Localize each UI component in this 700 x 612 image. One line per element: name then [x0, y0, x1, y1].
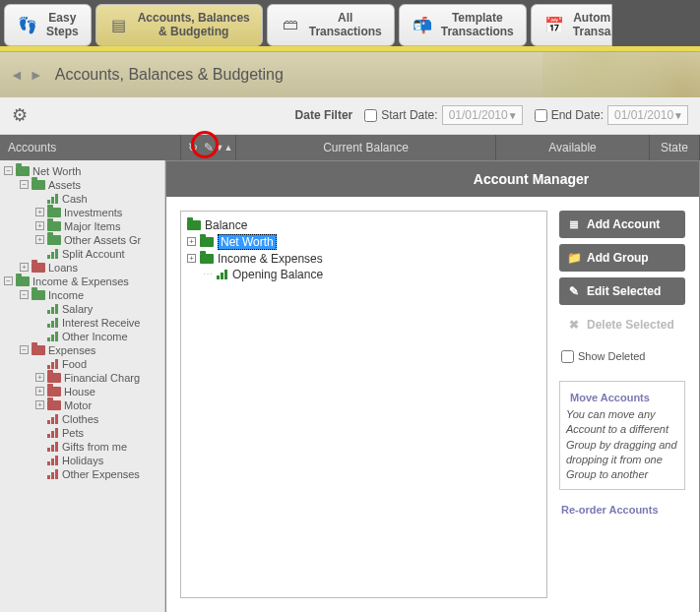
tree-row[interactable]: −Expenses: [0, 343, 164, 357]
tree-label: Gifts from me: [62, 441, 127, 453]
edit-accounts-icon[interactable]: ✎: [202, 141, 216, 154]
tree-label: Loans: [48, 262, 78, 274]
folder-icon: [47, 400, 61, 410]
tree-label: Financial Charg: [64, 372, 140, 384]
expand-icon[interactable]: +: [35, 373, 44, 382]
account-icon: [47, 442, 59, 452]
col-available[interactable]: Available: [496, 135, 650, 160]
tab-easy-steps[interactable]: 👣 Easy Steps: [4, 4, 92, 46]
collapse-icon[interactable]: ▼▲: [218, 141, 231, 154]
col-state[interactable]: State: [650, 135, 700, 160]
reorder-accounts-legend: Re-order Accounts: [559, 504, 685, 516]
tree-label: House: [64, 386, 95, 398]
tree-label: Net Worth: [32, 165, 81, 177]
expand-icon[interactable]: +: [20, 263, 29, 272]
account-icon: [47, 194, 59, 204]
expand-icon[interactable]: −: [4, 166, 13, 175]
start-date-checkbox[interactable]: [364, 109, 377, 122]
tree-row[interactable]: Interest Receive: [0, 316, 164, 330]
expand-icon[interactable]: −: [20, 345, 29, 354]
start-date-value: 01/01/2010: [449, 108, 508, 122]
nav-back-icon[interactable]: ◄: [10, 67, 24, 83]
tree-connector: ⋯: [187, 269, 213, 279]
tree-row[interactable]: −Income & Expenses: [0, 275, 164, 288]
tree-row[interactable]: Food: [0, 357, 164, 371]
tree-row[interactable]: Other Expenses: [0, 467, 164, 481]
tree-row[interactable]: +Other Assets Gr: [0, 233, 164, 247]
tree-row[interactable]: −Net Worth: [0, 164, 164, 178]
expand-icon[interactable]: −: [4, 276, 13, 285]
add-account-button[interactable]: ≣ Add Account: [559, 211, 685, 238]
tree-row[interactable]: +Motor: [0, 398, 164, 412]
gear-icon[interactable]: ⚙: [12, 104, 28, 126]
tab-template-transactions[interactable]: 📬 Template Transactions: [399, 4, 527, 46]
refresh-icon[interactable]: ↻: [186, 141, 200, 154]
col-current-balance[interactable]: Current Balance: [236, 135, 496, 160]
delete-icon: ✖: [567, 318, 581, 332]
tree-row[interactable]: + Income & Expenses: [187, 251, 541, 267]
calendar-icon: 📅: [543, 14, 565, 35]
accounts-tree[interactable]: −Net Worth−AssetsCash+Investments+Major …: [0, 160, 165, 612]
col-accounts[interactable]: Accounts: [0, 135, 181, 160]
tab-label: All Transactions: [309, 11, 382, 39]
end-date-field[interactable]: 01/01/2010 ▼: [607, 105, 688, 125]
tree-label: Motor: [64, 399, 92, 411]
folder-icon: [47, 235, 61, 245]
tab-label: Accounts, Balances & Budgeting: [138, 11, 250, 39]
tree-row[interactable]: Pets: [0, 426, 164, 440]
end-date-checkbox[interactable]: [535, 109, 547, 122]
button-label: Add Account: [587, 217, 660, 231]
tree-row[interactable]: + Net Worth: [187, 233, 541, 251]
tree-row[interactable]: Cash: [0, 192, 164, 206]
account-icon: [47, 428, 59, 438]
tree-row[interactable]: Split Account: [0, 247, 164, 261]
account-icon: [47, 304, 59, 314]
tree-row[interactable]: Balance: [187, 217, 541, 233]
spacer: [35, 249, 44, 258]
expand-icon[interactable]: +: [35, 235, 44, 244]
tab-all-transactions[interactable]: 🗃 All Transactions: [267, 4, 395, 46]
tree-row[interactable]: Gifts from me: [0, 440, 164, 454]
account-icon: [217, 270, 228, 279]
dialog-title: Account Manager: [166, 161, 699, 197]
tree-label: Major Items: [64, 220, 120, 232]
tree-row[interactable]: −Assets: [0, 178, 164, 192]
tree-row[interactable]: Holidays: [0, 454, 164, 467]
expand-icon[interactable]: −: [20, 290, 29, 299]
folder-icon: [47, 221, 61, 231]
button-label: Add Group: [587, 251, 649, 265]
expand-icon[interactable]: +: [35, 400, 44, 409]
end-date-group: End Date: 01/01/2010 ▼: [535, 105, 688, 125]
end-date-label: End Date:: [551, 108, 604, 122]
expand-icon[interactable]: +: [187, 237, 196, 246]
tree-row[interactable]: +Investments: [0, 206, 164, 219]
expand-icon[interactable]: +: [35, 221, 44, 230]
tree-row[interactable]: Clothes: [0, 412, 164, 426]
folder-icon: [47, 373, 61, 383]
tab-automatic-transactions[interactable]: 📅 Autom Transa: [531, 4, 612, 46]
tree-row[interactable]: +Major Items: [0, 219, 164, 233]
tree-row[interactable]: +Loans: [0, 261, 164, 275]
folder-icon: [47, 387, 61, 397]
expand-icon[interactable]: +: [35, 387, 44, 396]
edit-selected-button[interactable]: ✎ Edit Selected: [559, 277, 685, 305]
show-deleted-checkbox[interactable]: [561, 350, 574, 363]
tree-row[interactable]: −Income: [0, 288, 164, 302]
tree-row[interactable]: +Financial Charg: [0, 371, 164, 385]
tree-row[interactable]: +House: [0, 385, 164, 398]
nav-forward-icon[interactable]: ►: [30, 67, 43, 83]
tree-row[interactable]: ⋯ Opening Balance: [187, 267, 541, 282]
expand-icon[interactable]: +: [187, 254, 196, 263]
show-deleted-label: Show Deleted: [578, 350, 646, 362]
expand-icon[interactable]: −: [20, 180, 29, 189]
tab-accounts-balances[interactable]: ▤ Accounts, Balances & Budgeting: [95, 4, 263, 46]
account-manager-tree[interactable]: Balance + Net Worth + Income & Expenses …: [180, 211, 547, 598]
delete-selected-button: ✖ Delete Selected: [559, 311, 685, 338]
expand-icon[interactable]: +: [35, 208, 44, 216]
add-group-button[interactable]: 📁 Add Group: [559, 244, 685, 272]
start-date-field[interactable]: 01/01/2010 ▼: [442, 105, 523, 125]
tree-row[interactable]: Salary: [0, 302, 164, 316]
show-deleted-toggle[interactable]: Show Deleted: [559, 344, 685, 369]
tree-row[interactable]: Other Income: [0, 330, 164, 343]
tree-label: Salary: [62, 303, 93, 315]
